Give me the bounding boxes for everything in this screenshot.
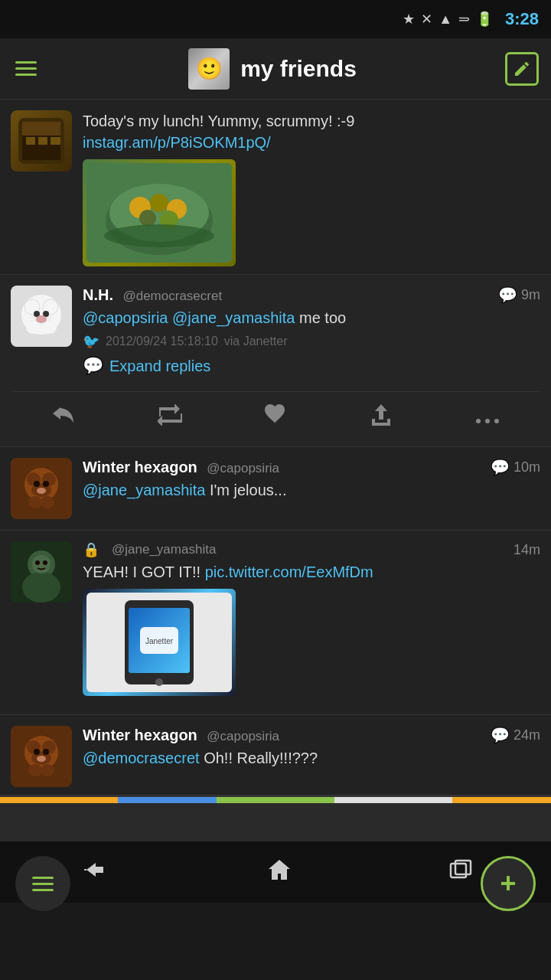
tweet-avatar — [11, 110, 72, 172]
tweet-handle: @capopsiria — [207, 461, 279, 475]
add-fab-button[interactable]: + — [481, 856, 536, 911]
compose-button[interactable] — [505, 52, 539, 86]
svg-point-22 — [36, 315, 47, 323]
svg-rect-2 — [22, 122, 60, 136]
svg-point-26 — [485, 419, 490, 423]
header-center: 🙂 my friends — [40, 48, 505, 90]
status-time: 3:28 — [505, 9, 539, 29]
tweet-text: Today's my lunch! Yummy, scrummy! :-9 in… — [83, 110, 540, 153]
avatar-image — [11, 541, 72, 603]
tweet-image — [83, 159, 236, 266]
nav-bar — [0, 841, 551, 903]
svg-point-33 — [34, 481, 40, 487]
svg-point-43 — [43, 560, 47, 565]
reply-button[interactable] — [42, 400, 85, 436]
svg-point-14 — [104, 224, 214, 247]
tab-4[interactable] — [334, 797, 452, 803]
svg-point-27 — [494, 419, 499, 423]
menu-fab-button[interactable] — [15, 856, 70, 911]
tweet-user-info: Winter hexagon @capopsiria — [83, 727, 279, 744]
bubble-icon: 💬 — [498, 286, 517, 304]
svg-point-34 — [43, 481, 49, 487]
svg-point-12 — [139, 210, 156, 227]
svg-point-35 — [37, 488, 46, 494]
wifi-icon: ▲ — [439, 11, 452, 28]
expand-replies-button[interactable]: 💬 Expand replies — [83, 356, 540, 376]
status-bar: ★ ✕ ▲ ⥰ 🔋 3:28 — [0, 0, 551, 38]
status-icons: ★ ✕ ▲ ⥰ 🔋 3:28 — [403, 9, 539, 29]
tweet-main-text: YEAH! I GOT IT!! — [83, 564, 201, 580]
tweet-item: Winter hexagon @capopsiria 💬 10m @jane_y… — [0, 447, 551, 531]
menu-fab-icon — [32, 877, 54, 891]
tweet-header-row: Winter hexagon @capopsiria 💬 24m — [83, 726, 540, 744]
tweet-header-row: Winter hexagon @capopsiria 💬 10m — [83, 458, 540, 476]
tweet-action-bar — [11, 391, 540, 446]
signal-bars-icon: ⥰ — [458, 11, 470, 28]
retweet-button[interactable] — [148, 400, 191, 436]
tweet-link[interactable]: pic.twitter.com/EexMfDm — [205, 564, 373, 580]
mention[interactable]: @democrasecret — [83, 750, 200, 766]
mention-2[interactable]: @jane_yamashita — [172, 309, 295, 326]
back-button[interactable] — [79, 859, 109, 886]
tweet-handle: @jane_yamashita — [112, 542, 216, 557]
svg-point-50 — [155, 678, 163, 686]
tweet-text-rest: Oh!! Really!!!??? — [204, 750, 318, 766]
tweet-user-info: 🔒 @jane_yamashita — [83, 541, 216, 558]
favorite-button[interactable] — [254, 400, 297, 436]
lock-icon: 🔒 — [83, 541, 99, 558]
tweet-content: Winter hexagon @capopsiria 💬 10m @jane_y… — [83, 458, 540, 519]
svg-point-40 — [22, 572, 60, 603]
tweet-time: 14m — [514, 542, 540, 558]
speech-bubble-icon: 💬 — [83, 356, 103, 376]
tweet-content: Winter hexagon @capopsiria 💬 24m @democr… — [83, 726, 540, 787]
tweet-avatar — [11, 726, 72, 787]
tweet-handle: @capopsiria — [207, 729, 279, 743]
recent-apps-button[interactable] — [449, 859, 472, 886]
tab-3[interactable] — [217, 797, 334, 803]
avatar-image — [11, 110, 72, 172]
tweet-age: 9m — [521, 287, 540, 303]
add-icon: + — [500, 867, 516, 900]
tweet-content: N.H. @democrasecret 💬 9m @capopsiria @ja… — [83, 286, 540, 384]
share-button[interactable] — [360, 400, 403, 436]
svg-point-58 — [37, 756, 46, 762]
tweet-item: 🔒 @jane_yamashita 14m YEAH! I GOT IT!! p… — [0, 531, 551, 715]
tweet-avatar — [11, 541, 72, 603]
tweet-row: N.H. @democrasecret 💬 9m @capopsiria @ja… — [11, 286, 540, 384]
tweet-text: @capopsiria @jane_yamashita me too — [83, 307, 540, 328]
avatar-image — [11, 726, 72, 787]
svg-rect-5 — [51, 137, 60, 145]
mention-1[interactable]: @capopsiria — [83, 309, 168, 326]
tweet-item: Today's my lunch! Yummy, scrummy! :-9 in… — [0, 100, 551, 275]
tweet-user-info: N.H. @democrasecret — [83, 286, 222, 304]
svg-point-59 — [28, 764, 42, 776]
app-header: 🙂 my friends — [0, 38, 551, 100]
tweet-username: Winter hexagon — [83, 727, 197, 743]
mention[interactable]: @jane_yamashita — [83, 482, 205, 498]
tweet-handle: @democrasecret — [122, 289, 222, 303]
battery-icon: 🔋 — [476, 11, 493, 28]
svg-point-10 — [150, 194, 168, 212]
svg-point-37 — [41, 496, 54, 508]
home-button[interactable] — [267, 858, 292, 887]
tweet-age: 14m — [514, 542, 540, 558]
tweet-main-text: Today's my lunch! Yummy, scrummy! :-9 — [83, 113, 354, 129]
tweet-row: Winter hexagon @capopsiria 💬 24m @democr… — [11, 726, 540, 787]
svg-rect-62 — [455, 861, 471, 874]
tweet-age: 10m — [514, 459, 540, 475]
menu-button[interactable] — [12, 58, 40, 79]
tweet-meta: 🐦 2012/09/24 15:18:10 via Janetter — [83, 333, 540, 350]
svg-rect-61 — [451, 864, 466, 877]
expand-replies-label: Expand replies — [109, 358, 210, 375]
tweet-avatar — [11, 458, 72, 519]
svg-rect-4 — [38, 137, 47, 145]
svg-rect-3 — [26, 137, 35, 145]
tab-2[interactable] — [118, 797, 217, 803]
tweet-text: @jane_yamashita I'm jelous... — [83, 479, 540, 501]
tab-1[interactable] — [0, 797, 118, 803]
tab-5[interactable] — [452, 797, 551, 803]
tweet-link[interactable]: instagr.am/p/P8iSOKM1pQ/ — [83, 134, 271, 151]
tweet-feed: Today's my lunch! Yummy, scrummy! :-9 in… — [0, 100, 551, 795]
bottom-tabs — [0, 795, 551, 841]
more-button[interactable] — [466, 401, 509, 435]
